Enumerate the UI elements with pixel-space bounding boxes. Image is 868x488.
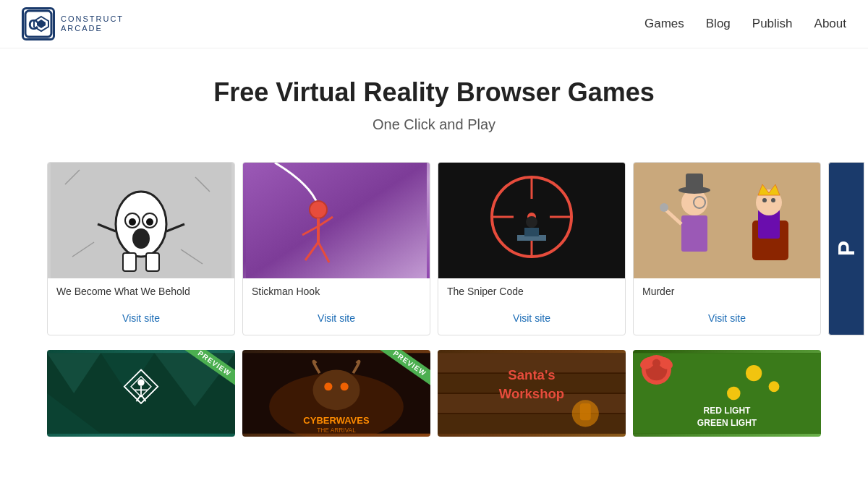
hero-subtitle: One Click and Play (14, 116, 854, 133)
svg-point-57 (137, 380, 144, 386)
svg-rect-36 (637, 163, 817, 278)
game-card-1: We Become What We Behold Visit site (47, 162, 235, 335)
svg-point-87 (652, 359, 660, 367)
game-card-3: The Sniper Code Visit site (438, 162, 626, 335)
game-card-2: Stickman Hook Visit site (242, 162, 430, 335)
svg-text:GREEN LIGHT: GREEN LIGHT (697, 418, 757, 428)
svg-point-65 (324, 382, 332, 390)
svg-rect-45 (686, 174, 703, 191)
svg-point-89 (769, 381, 780, 392)
preview-card-1[interactable]: PREVIEW (47, 350, 235, 437)
svg-text:Santa's: Santa's (508, 367, 555, 382)
main-nav: Games Blog Publish About (644, 17, 846, 31)
game-card-body-3: The Sniper Code (438, 278, 625, 306)
games-row-1: We Become What We Behold Visit site (0, 147, 868, 350)
visit-link-4[interactable]: Visit site (708, 312, 746, 324)
svg-point-41 (762, 198, 767, 202)
svg-text:THE ARRIVAL: THE ARRIVAL (317, 427, 356, 434)
game-card-footer-4: Visit site (634, 306, 820, 335)
hero-title: Free Virtual Reality Browser Games (14, 77, 854, 108)
visit-link-1[interactable]: Visit site (122, 312, 160, 324)
game-title-3: The Sniper Code (447, 286, 616, 297)
svg-rect-47 (681, 215, 707, 252)
svg-text:RED LIGHT: RED LIGHT (703, 406, 751, 416)
game-title-1: We Become What We Behold (56, 286, 226, 297)
game-card-body-2: Stickman Hook (243, 278, 430, 306)
svg-point-90 (727, 387, 741, 401)
svg-point-12 (129, 218, 136, 226)
svg-point-14 (132, 228, 150, 249)
svg-point-66 (341, 382, 349, 390)
game-card-footer-1: Visit site (48, 306, 234, 335)
game-card-footer-3: Visit site (438, 306, 625, 335)
game-title-4: Murder (642, 286, 812, 297)
svg-point-20 (310, 201, 327, 218)
svg-point-13 (146, 218, 153, 226)
game-thumb-4 (634, 163, 820, 278)
svg-rect-80 (580, 403, 591, 420)
svg-point-49 (660, 203, 668, 212)
svg-rect-17 (123, 253, 136, 271)
partial-letter: P (833, 241, 860, 256)
logo-link[interactable]: C CONSTRUCT ARCADE (22, 7, 124, 40)
svg-text:Workshop: Workshop (499, 386, 564, 401)
preview-card-4[interactable]: RED LIGHT GREEN LIGHT (633, 350, 821, 437)
game-thumb-3 (438, 163, 625, 278)
game-thumb-1 (48, 163, 234, 278)
game-card-footer-2: Visit site (243, 306, 430, 335)
svg-point-42 (771, 198, 775, 202)
svg-rect-34 (524, 228, 539, 236)
game-card-body-1: We Become What We Behold (48, 278, 234, 306)
preview-row: PREVIEW PREVIEW (0, 350, 868, 451)
svg-rect-19 (246, 163, 427, 278)
svg-text:CYBERWAVES: CYBERWAVES (303, 415, 370, 426)
logo-text: CONSTRUCT ARCADE (61, 14, 124, 33)
nav-about[interactable]: About (814, 17, 846, 31)
svg-point-35 (526, 216, 537, 228)
site-header: C CONSTRUCT ARCADE Games Blog Publish Ab… (0, 0, 868, 48)
svg-rect-18 (146, 253, 159, 271)
game-thumb-2 (243, 163, 430, 278)
visit-link-3[interactable]: Visit site (513, 312, 550, 324)
hero-section: Free Virtual Reality Browser Games One C… (0, 48, 868, 147)
preview-card-3[interactable]: Santa's Workshop (438, 350, 626, 437)
nav-publish[interactable]: Publish (752, 17, 793, 31)
preview-card-2[interactable]: PREVIEW CYBERWAVES THE ARRIVAL (242, 350, 430, 437)
svg-point-88 (746, 365, 762, 381)
game-title-2: Stickman Hook (252, 286, 421, 297)
logo-icon: C (22, 7, 55, 40)
partial-card: P (828, 162, 864, 335)
nav-games[interactable]: Games (644, 17, 684, 31)
game-card-body-4: Murder (634, 278, 820, 306)
svg-point-64 (313, 370, 360, 411)
nav-blog[interactable]: Blog (706, 17, 731, 31)
game-card-4: Murder Visit site (633, 162, 821, 335)
visit-link-2[interactable]: Visit site (318, 312, 355, 324)
